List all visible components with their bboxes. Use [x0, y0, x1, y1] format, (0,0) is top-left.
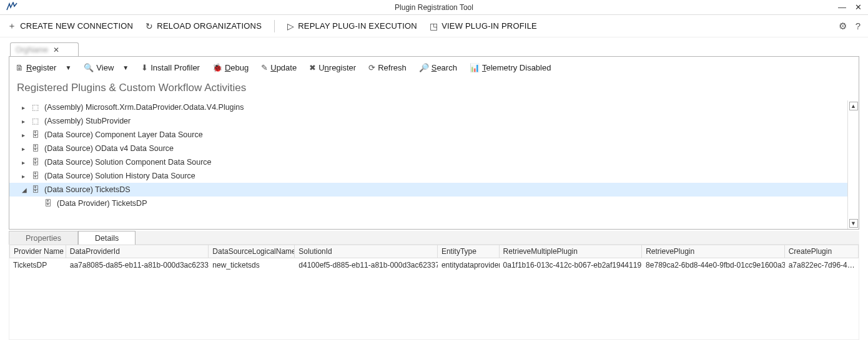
tree-node-datasource[interactable]: ▸ 🗄 (Data Source) Solution Component Dat… [9, 155, 847, 169]
expand-icon[interactable]: ▸ [22, 173, 28, 180]
datasource-icon: 🗄 [32, 158, 41, 167]
tree-node-ticketsdp[interactable]: 🗄 (Data Provider) TicketsDP [9, 197, 847, 210]
main-panel: 🗎 RRegisteregister ▼ 🔍 View ▼ ⬇ Install … [9, 56, 859, 230]
tree-scrollbar[interactable]: ▲ ▼ [847, 100, 859, 229]
tree-node-ticketsds[interactable]: ◢ 🗄 (Data Source) TicketsDS [9, 183, 847, 197]
minimize-icon[interactable]: — [838, 3, 846, 11]
grid-header-row: Provider Name DataProviderId DataSourceL… [9, 245, 859, 258]
replay-plugin-execution-button[interactable]: ▷ REPLAY PLUG-IN EXECUTION [287, 21, 417, 31]
plugin-tree[interactable]: ▸ ⬚ (Assembly) Microsoft.Xrm.DataProvide… [9, 100, 847, 229]
tree-label: (Data Source) Solution History Data Sour… [44, 172, 195, 180]
tree-node-datasource[interactable]: ▸ 🗄 (Data Source) Component Layer Data S… [9, 128, 847, 142]
close-icon[interactable]: ✕ [855, 3, 862, 11]
col-datasource-logical-name[interactable]: DataSourceLogicalName [209, 245, 295, 258]
tree-node-assembly[interactable]: ▸ ⬚ (Assembly) StubProvider [9, 114, 847, 128]
debug-icon: 🐞 [212, 63, 222, 72]
toolbar-separator [274, 20, 275, 32]
tree-label: (Data Source) Component Layer Data Sourc… [44, 130, 203, 139]
cell-solution-id: d4100ef5-d885-eb11-a81b-000d3ac62337 [295, 259, 438, 271]
settings-gear-icon[interactable]: ⚙ [839, 21, 847, 32]
tab-properties[interactable]: Properties [9, 231, 78, 245]
cell-retrieve-multiple-plugin: 0a1f1b16-013c-412c-b067-eb2af1944119 [500, 259, 643, 271]
replay-label: REPLAY PLUG-IN EXECUTION [298, 21, 417, 31]
telemetry-icon: 📊 [470, 63, 480, 72]
inner-toolbar: 🗎 RRegisteregister ▼ 🔍 View ▼ ⬇ Install … [9, 57, 859, 78]
tree-node-datasource[interactable]: ▸ 🗄 (Data Source) Solution History Data … [9, 169, 847, 183]
assembly-icon: ⬚ [32, 103, 41, 112]
connection-tab[interactable]: OrgName ✕ [10, 42, 79, 56]
tab-details[interactable]: Details [78, 231, 136, 245]
scroll-down-icon[interactable]: ▼ [849, 219, 858, 228]
expand-icon[interactable]: ▸ [22, 132, 28, 138]
col-create-plugin[interactable]: CreatePlugin [785, 245, 859, 258]
update-button[interactable]: ✎ Update [261, 63, 297, 72]
cell-create-plugin: a7a822ec-7d96-4… [785, 259, 859, 271]
datasource-icon: 🗄 [32, 144, 41, 153]
col-retrieve-multiple-plugin[interactable]: RetrieveMultiplePlugin [500, 245, 643, 258]
view-button[interactable]: 🔍 View ▼ [84, 63, 129, 72]
tab-close-icon[interactable]: ✕ [53, 46, 59, 54]
refresh-button[interactable]: ⟳ Refresh [368, 63, 407, 72]
tree-label: (Assembly) StubProvider [44, 117, 131, 125]
register-button[interactable]: 🗎 RRegisteregister ▼ [16, 63, 71, 72]
profile-icon: ◳ [430, 21, 438, 31]
refresh-icon: ⟳ [368, 63, 375, 72]
tree-label: (Data Provider) TicketsDP [57, 199, 147, 208]
title-bar: Plugin Registration Tool — ✕ [0, 0, 868, 15]
install-profiler-label: Install Profiler [150, 63, 200, 72]
view-icon: 🔍 [84, 63, 94, 72]
cell-entity-type: entitydataprovider [438, 259, 500, 271]
col-entity-type[interactable]: EntityType [438, 245, 500, 258]
reload-icon: ↻ [145, 21, 153, 31]
col-solution-id[interactable]: SolutionId [295, 245, 438, 258]
debug-button[interactable]: 🐞 Debug [212, 63, 249, 72]
dataprovider-icon: 🗄 [44, 199, 53, 208]
tree-node-datasource[interactable]: ▸ 🗄 (Data Source) OData v4 Data Source [9, 142, 847, 155]
main-toolbar: ＋ CREATE NEW CONNECTION ↻ RELOAD ORGANIZ… [0, 15, 868, 37]
view-plugin-profile-button[interactable]: ◳ VIEW PLUG-IN PROFILE [430, 21, 537, 31]
replay-icon: ▷ [287, 21, 294, 31]
expand-icon[interactable]: ▸ [22, 159, 28, 166]
datasource-icon: 🗄 [32, 130, 41, 139]
reload-label: RELOAD ORGANIZATIONS [157, 21, 262, 31]
register-icon: 🗎 [16, 63, 24, 72]
chevron-down-icon[interactable]: ▼ [65, 64, 71, 71]
expand-icon[interactable]: ▸ [22, 104, 28, 111]
section-title: Registered Plugins & Custom Workflow Act… [9, 78, 859, 100]
search-button[interactable]: 🔎 Search [419, 63, 457, 72]
cell-provider-name: TicketsDP [9, 259, 66, 271]
expand-icon[interactable]: ▸ [22, 145, 28, 152]
update-icon: ✎ [261, 63, 268, 72]
col-data-provider-id[interactable]: DataProviderId [66, 245, 209, 258]
tree-node-assembly[interactable]: ▸ ⬚ (Assembly) Microsoft.Xrm.DataProvide… [9, 100, 847, 114]
tree-label: (Data Source) TicketsDS [44, 185, 131, 194]
unregister-icon: ✖ [309, 63, 316, 72]
lower-tab-strip: Properties Details [9, 231, 859, 245]
reload-organizations-button[interactable]: ↻ RELOAD ORGANIZATIONS [145, 21, 262, 31]
tree-label: (Data Source) Solution Component Data So… [44, 158, 212, 167]
connection-tab-strip: OrgName ✕ [0, 42, 868, 56]
search-icon: 🔎 [419, 63, 429, 72]
col-retrieve-plugin[interactable]: RetrievePlugin [642, 245, 785, 258]
app-logo-icon [6, 2, 17, 12]
collapse-icon[interactable]: ◢ [22, 187, 28, 193]
install-profiler-button[interactable]: ⬇ Install Profiler [141, 63, 200, 72]
unregister-button[interactable]: ✖ Unregister [309, 63, 356, 72]
cell-data-provider-id: aa7a8085-da85-eb11-a81b-000d3ac62337 [66, 259, 209, 271]
install-icon: ⬇ [141, 63, 148, 72]
tree-label: (Assembly) Microsoft.Xrm.DataProvider.Od… [44, 103, 244, 112]
col-provider-name[interactable]: Provider Name [9, 245, 66, 258]
cell-retrieve-plugin: 8e789ca2-6bd8-44e0-9fbd-01cc9e1600a3 [642, 259, 785, 271]
create-new-connection-button[interactable]: ＋ CREATE NEW CONNECTION [7, 21, 133, 32]
viewprof-label: VIEW PLUG-IN PROFILE [441, 21, 537, 31]
chevron-down-icon[interactable]: ▼ [122, 64, 129, 71]
telemetry-button[interactable]: 📊 Telemetry Disabled [470, 63, 551, 72]
window-title: Plugin Registration Tool [395, 3, 473, 12]
tree-label: (Data Source) OData v4 Data Source [44, 144, 174, 153]
expand-icon[interactable]: ▸ [22, 118, 28, 125]
connection-tab-label: OrgName [16, 46, 48, 54]
scroll-up-icon[interactable]: ▲ [849, 102, 858, 110]
grid-data-row[interactable]: TicketsDP aa7a8085-da85-eb11-a81b-000d3a… [9, 258, 859, 272]
refresh-label: Refresh [378, 63, 407, 72]
help-icon[interactable]: ? [856, 21, 861, 32]
